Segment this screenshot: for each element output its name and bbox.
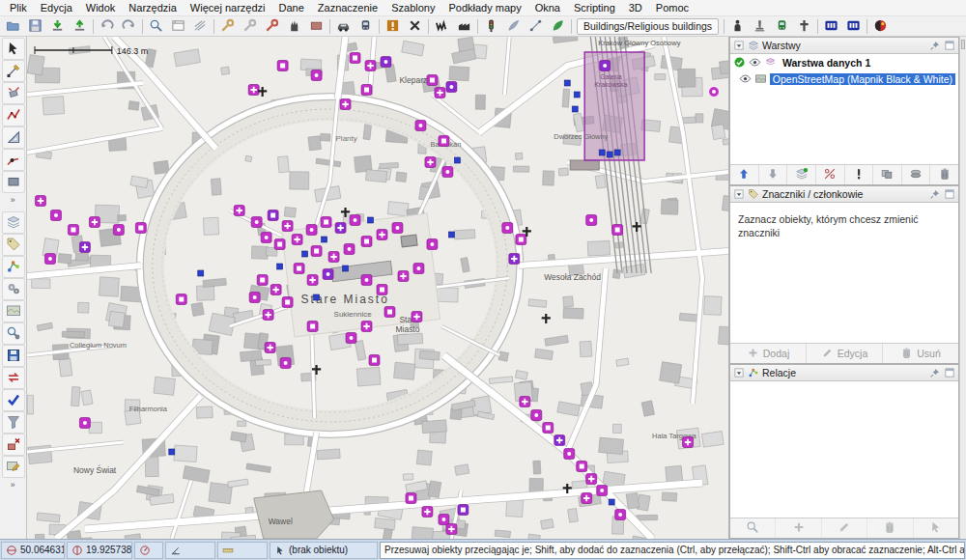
layer-visibility-eye-icon[interactable] [739, 72, 752, 85]
toolbar-overflow-button[interactable]: » [2, 193, 25, 206]
tram-button[interactable] [771, 17, 793, 36]
toolbar-overflow-button[interactable]: » [2, 478, 25, 490]
preferences-button[interactable] [167, 17, 189, 36]
menu-widok[interactable]: Widok [79, 1, 123, 14]
download-button[interactable] [46, 17, 69, 36]
layer-active-check-icon[interactable] [733, 56, 746, 69]
menu-3d[interactable]: 3D [622, 1, 649, 14]
terrace-button[interactable] [431, 17, 453, 36]
search-button[interactable] [145, 17, 167, 36]
search-button[interactable] [730, 518, 776, 538]
menu-edycja[interactable]: Edycja [34, 1, 79, 14]
imagery-tool-button[interactable] [2, 300, 25, 322]
preset-buildings-religious-button[interactable]: Buildings/Religious buildings [577, 18, 719, 35]
merge-button[interactable] [873, 165, 902, 184]
improve-way-tool-button[interactable] [2, 104, 25, 126]
status-object[interactable]: (brak obiektu) [270, 542, 378, 559]
dup-layer-button[interactable] [787, 165, 816, 184]
trash-button[interactable] [930, 165, 958, 184]
opacity-button[interactable] [816, 165, 845, 184]
open-button[interactable] [2, 17, 24, 36]
menu-okna[interactable]: Okna [528, 1, 567, 14]
layers-tool-button[interactable] [2, 211, 25, 234]
status-heading[interactable] [134, 542, 163, 559]
layer-row-openstreetmap-mapnik-black-white-[interactable]: OpenStreetMap (Mapnik Black & White) [730, 70, 958, 87]
menu-pomoc[interactable]: Pomoc [649, 1, 696, 14]
status-latitude[interactable]: 50.0646312 [1, 542, 65, 559]
filter-tool-button[interactable] [2, 411, 25, 434]
sticky-pin-icon[interactable] [929, 188, 941, 200]
down-gray-button[interactable] [759, 165, 788, 184]
select-arrow-button[interactable] [914, 518, 958, 538]
plus-button[interactable] [776, 518, 821, 538]
status-distance[interactable] [217, 542, 268, 559]
collapse-icon[interactable] [733, 367, 745, 378]
draw-node-tool-button[interactable] [2, 60, 25, 82]
status-longitude[interactable]: 19.9257389 [67, 542, 132, 559]
dodaj-button[interactable]: Dodaj [730, 344, 807, 363]
up-blue-button[interactable] [730, 165, 759, 184]
panel-edge-nub[interactable] [961, 40, 965, 49]
follow-line-tool-button[interactable] [2, 149, 25, 171]
popout-icon[interactable] [944, 40, 955, 51]
menu-dane[interactable]: Dane [272, 1, 311, 14]
status-angle[interactable] [165, 542, 215, 559]
building-red-button[interactable] [305, 17, 327, 36]
layer-visibility-eye-icon[interactable] [749, 56, 761, 69]
wireframe-button[interactable] [189, 17, 212, 36]
zoom-settings-tool-button[interactable] [2, 322, 25, 345]
popout-icon[interactable] [944, 188, 955, 200]
tags-tool-button[interactable] [2, 234, 25, 256]
menu-zaznaczenie[interactable]: Zaznaczenie [311, 1, 384, 14]
edit-sq-button[interactable] [822, 518, 867, 538]
trash-button[interactable] [867, 518, 913, 538]
menu-plik[interactable]: Plik [3, 1, 34, 14]
menu-podkłady-mapy[interactable]: Podkłady mapy [441, 1, 527, 14]
wrench-a-button[interactable] [216, 17, 239, 36]
edit-map-tool-button[interactable] [2, 456, 25, 478]
collapse-icon[interactable] [733, 40, 745, 51]
leaf-button[interactable] [547, 17, 569, 36]
redo-button[interactable] [118, 17, 140, 36]
wrench-red-button[interactable] [261, 17, 283, 36]
delete-x-button[interactable] [404, 17, 426, 36]
exclaim-button[interactable] [845, 165, 874, 184]
layer-row-warstwa-danych-1[interactable]: Warstwa danych 1 [730, 54, 958, 70]
badge-cu-2-button[interactable] [842, 17, 865, 36]
popout-icon[interactable] [944, 367, 955, 378]
menu-narzędzia[interactable]: Narzędzia [122, 1, 184, 14]
collapse-icon[interactable] [733, 188, 745, 200]
poi-cross-button[interactable] [793, 17, 815, 36]
select-tool-button[interactable] [2, 38, 25, 60]
map-canvas[interactable]: Stare MiastoSukienniceStareMiastoWesoła … [27, 37, 729, 539]
conflict-tool-button[interactable] [2, 434, 25, 456]
save-button[interactable] [24, 17, 46, 36]
usuń-button[interactable]: Usuń [883, 344, 958, 363]
menu-scripting[interactable]: Scripting [567, 1, 622, 14]
settings-tool-button[interactable] [2, 278, 25, 300]
feather-button[interactable] [502, 17, 525, 36]
traffic-light-button[interactable] [480, 17, 502, 36]
rgb-ball-button[interactable] [869, 17, 892, 36]
undo-button[interactable] [96, 17, 118, 36]
wrench-b-button[interactable] [239, 17, 261, 36]
relation-tool-button[interactable] [2, 256, 25, 278]
poi-person-button[interactable] [726, 17, 749, 36]
set-square-tool-button[interactable] [2, 126, 25, 149]
building-dark-button[interactable] [453, 17, 475, 36]
save-layer-tool-button[interactable] [2, 345, 25, 367]
train-button[interactable] [355, 17, 377, 36]
building-tool-tool-button[interactable] [2, 171, 25, 193]
upload-button[interactable] [69, 17, 91, 36]
edycja-button[interactable]: Edycja [807, 344, 883, 363]
poi-monument-button[interactable] [749, 17, 771, 36]
badge-cu-1-button[interactable] [820, 17, 842, 36]
validate-tool-button[interactable] [2, 389, 25, 411]
sticky-pin-icon[interactable] [929, 367, 941, 378]
extrude-tool-button[interactable] [2, 82, 25, 104]
warning-button[interactable] [382, 17, 404, 36]
menu-więcej-narzędzi[interactable]: Więcej narzędzi [184, 1, 272, 14]
car-button[interactable] [332, 17, 355, 36]
sync-tool-button[interactable] [2, 367, 25, 389]
menu-szablony[interactable]: Szablony [384, 1, 441, 14]
